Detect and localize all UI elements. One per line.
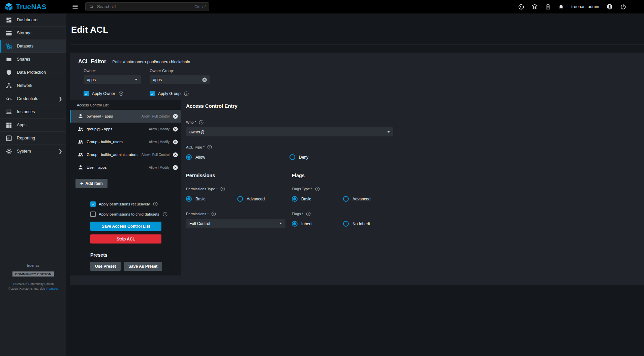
help-icon[interactable]: ?: [162, 212, 168, 217]
permissions-type-advanced-radio[interactable]: Advanced: [237, 196, 265, 202]
sidebar-item-dashboard[interactable]: Dashboard: [0, 13, 66, 27]
help-icon[interactable]: ?: [184, 91, 189, 96]
flags-inherit-radio[interactable]: Inherit: [292, 221, 343, 227]
radio-selected-icon[interactable]: [292, 196, 298, 202]
path-value: /mnt/monero-pool/monero-blockchain: [123, 60, 190, 64]
checkbox-checked-icon[interactable]: [90, 201, 96, 207]
acl-entry-name: Group - builtin_users: [87, 140, 123, 144]
menu-icon[interactable]: [72, 3, 79, 10]
bar-chart-icon: [6, 135, 12, 141]
sidebar-item-system[interactable]: System ❯: [0, 145, 66, 158]
person-icon: [78, 113, 84, 119]
remove-entry-icon[interactable]: [173, 165, 178, 170]
search-icon: [89, 4, 94, 9]
radio-unselected-icon[interactable]: [289, 154, 295, 160]
power-icon[interactable]: [620, 4, 626, 10]
remove-entry-icon[interactable]: [173, 114, 178, 119]
flags-type-advanced-radio[interactable]: Advanced: [343, 196, 370, 202]
help-icon[interactable]: ?: [153, 201, 158, 207]
owner-label: Owner:: [84, 69, 141, 73]
help-icon[interactable]: ?: [211, 211, 216, 217]
apply-recursively-checkbox[interactable]: Apply permissions recursively ?: [90, 201, 181, 207]
remove-entry-icon[interactable]: [173, 139, 178, 145]
notifications-bell-icon[interactable]: [558, 4, 564, 10]
acl-entry-row[interactable]: group@ - apps Allow | Modify: [70, 123, 181, 135]
help-icon[interactable]: ?: [315, 186, 320, 192]
jobs-clipboard-icon[interactable]: [545, 4, 551, 10]
acl-entry-row[interactable]: Group - builtin_users Allow | Modify: [70, 135, 181, 148]
sidebar-item-storage[interactable]: Storage: [0, 27, 66, 40]
apply-owner-checkbox[interactable]: Apply Owner ?: [84, 91, 150, 96]
sidebar-item-shares[interactable]: Shares: [0, 53, 66, 66]
acl-entry-row[interactable]: Group - builtin_administrators Allow | F…: [70, 148, 181, 161]
save-as-preset-label: Save As Preset: [128, 264, 157, 269]
edition-badge[interactable]: COMMUNITY EDITION: [12, 271, 54, 277]
remove-entry-icon[interactable]: [173, 152, 178, 158]
permissions-type-basic-radio[interactable]: Basic: [186, 196, 237, 202]
key-icon: [6, 96, 12, 102]
add-item-button[interactable]: + Add Item: [75, 179, 108, 188]
radio-selected-icon[interactable]: [186, 196, 192, 202]
sidebar-item-network[interactable]: Network: [0, 79, 66, 92]
account-circle-icon[interactable]: [606, 3, 613, 10]
remove-entry-icon[interactable]: [173, 126, 178, 132]
radio-unselected-icon[interactable]: [343, 196, 349, 202]
flags-section: Flags Flags Type * ? Basic: [292, 173, 403, 228]
who-select[interactable]: owner@: [186, 127, 393, 136]
permissions-section: Permissions Permissions Type * ? Basic: [186, 173, 292, 228]
acl-editor-head: ACL Editor Path:/mnt/monero-pool/monero-…: [70, 53, 644, 96]
radio-selected-icon[interactable]: [292, 221, 298, 227]
apply-group-checkbox[interactable]: Apply Group ?: [150, 91, 216, 96]
checkbox-checked-icon[interactable]: [84, 91, 89, 96]
permissions-title: Permissions: [186, 173, 292, 178]
owner-select-value: apps: [87, 77, 96, 82]
feedback-smiley-icon[interactable]: [518, 4, 524, 10]
permissions-select[interactable]: Full Control: [186, 219, 285, 228]
flags-no-inherit-radio[interactable]: No Inherit: [343, 221, 370, 227]
strip-acl-button[interactable]: Strip ACL: [90, 234, 161, 244]
person-icon: [78, 164, 84, 170]
acl-type-allow-radio[interactable]: Allow: [186, 154, 289, 160]
search-shortcut-hint: Ctrl + /: [194, 5, 206, 9]
help-icon[interactable]: ?: [220, 186, 225, 192]
radio-unselected-icon[interactable]: [343, 221, 349, 227]
brand[interactable]: TrueNAS: [0, 2, 66, 11]
radio-selected-icon[interactable]: [186, 154, 192, 160]
apply-to-child-datasets-checkbox[interactable]: Apply permissions to child datasets ?: [90, 212, 181, 217]
help-icon[interactable]: ?: [198, 120, 204, 125]
layers-icon[interactable]: [531, 4, 538, 10]
search-input[interactable]: [97, 4, 192, 9]
save-as-preset-button[interactable]: Save As Preset: [124, 262, 162, 271]
owner-group-input[interactable]: [150, 75, 210, 84]
owner-select[interactable]: apps: [84, 75, 141, 84]
radio-unselected-icon[interactable]: [237, 196, 243, 202]
network-hub-icon: [6, 83, 12, 89]
save-access-control-list-button[interactable]: Save Access Control List: [90, 222, 161, 231]
acl-type-deny-radio[interactable]: Deny: [289, 154, 308, 160]
basic-label: Basic: [301, 197, 311, 201]
help-icon[interactable]: ?: [207, 144, 212, 150]
sidebar-item-instances[interactable]: Instances: [0, 105, 66, 119]
sidebar-item-data-protection[interactable]: Data Protection: [0, 66, 66, 79]
owner-group-field: Owner Group:: [150, 69, 210, 84]
title-divider: [70, 44, 644, 44]
sidebar-item-apps[interactable]: Apps: [0, 119, 66, 132]
use-preset-button[interactable]: Use Preset: [90, 262, 121, 271]
help-icon[interactable]: ?: [118, 91, 124, 96]
gear-icon: [6, 148, 12, 155]
clear-input-icon[interactable]: [202, 77, 207, 83]
sidebar-item-datasets[interactable]: Datasets: [0, 40, 66, 53]
checkbox-unchecked-icon[interactable]: [90, 212, 96, 217]
acl-entry-row[interactable]: owner@ - apps Allow | Full Control: [70, 110, 181, 123]
search-box[interactable]: Ctrl + /: [85, 2, 209, 11]
svg-text:?: ?: [222, 188, 224, 191]
help-icon[interactable]: ?: [306, 211, 311, 217]
flags-type-basic-radio[interactable]: Basic: [292, 196, 343, 202]
sidebar-item-reporting[interactable]: Reporting: [0, 132, 66, 145]
footer-truenas-link[interactable]: TrueNAS: [46, 287, 58, 290]
checkbox-checked-icon[interactable]: [150, 91, 155, 96]
svg-text:?: ?: [155, 203, 156, 206]
sidebar-item-credentials[interactable]: Credentials ❯: [0, 92, 66, 105]
acl-entry-permissions: Allow | Full Control: [142, 153, 170, 157]
acl-entry-row[interactable]: User - apps Allow | Modify: [70, 161, 181, 174]
